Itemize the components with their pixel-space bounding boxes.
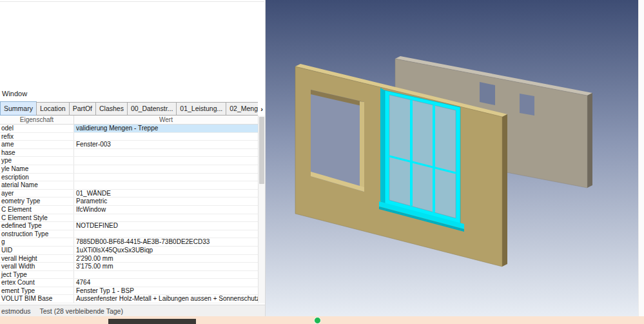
- property-value-cell[interactable]: Parametric: [74, 197, 258, 205]
- property-row-c-element-style[interactable]: C Element Style: [0, 214, 258, 223]
- tab-00-datenstr[interactable]: 00_Datenstr...: [127, 102, 177, 116]
- property-row-refix[interactable]: refix: [0, 133, 258, 141]
- property-value-cell[interactable]: [74, 230, 258, 238]
- panel-title: Window: [2, 90, 27, 97]
- property-value-cell[interactable]: [74, 133, 258, 141]
- status-mode-label: estmodus: [1, 307, 31, 315]
- property-value-cell[interactable]: 4764: [74, 279, 258, 287]
- property-row-volut-bim-base[interactable]: VOLUT BIM Base Aussenfenster Holz-Metall…: [0, 295, 258, 303]
- property-row-hase[interactable]: hase: [0, 149, 258, 157]
- tab-location[interactable]: Location: [36, 102, 70, 116]
- 3d-viewport-canvas[interactable]: [266, 0, 638, 316]
- property-name-cell: edefined Type: [0, 222, 74, 230]
- property-value-cell[interactable]: NOTDEFINED: [74, 222, 258, 230]
- property-name-cell: aterial Name: [0, 181, 74, 189]
- property-row-edefined-type[interactable]: edefined Type NOTDEFINED: [0, 222, 258, 230]
- property-name-cell: odel: [0, 125, 74, 132]
- property-name-cell: eometry Type: [0, 197, 74, 205]
- status-license-label: Test (28 verbleibende Tage): [40, 307, 123, 315]
- property-name-cell: ement Type: [0, 287, 74, 295]
- property-value-cell[interactable]: [74, 157, 258, 165]
- application-window: Window Summary Location PartOf Clashes 0…: [0, 0, 644, 324]
- column-header-eigenschaft: Eigenschaft: [0, 116, 74, 124]
- tab-02-mengen[interactable]: 02_Mengen: [226, 102, 258, 116]
- property-row-eometry-type[interactable]: eometry Type Parametric: [0, 197, 258, 206]
- 3d-viewport[interactable]: [266, 0, 638, 316]
- property-value-cell[interactable]: Aussenfenster Holz-Metall + Laibungen au…: [74, 295, 258, 303]
- selected-window[interactable]: [379, 88, 464, 232]
- property-row-g[interactable]: g 7885DB00-BF68-4415-AE3B-73B0DE2ECD33: [0, 238, 258, 247]
- property-name-cell: ame: [0, 141, 74, 148]
- property-value-cell[interactable]: [74, 181, 258, 189]
- property-name-cell: yle Name: [0, 165, 74, 173]
- property-name-cell: C Element Style: [0, 214, 74, 222]
- property-value-cell[interactable]: validierung Mengen - Treppe: [74, 125, 258, 132]
- panel-top-divider: [0, 1, 264, 2]
- window-glass[interactable]: [389, 95, 456, 218]
- property-value-cell[interactable]: [74, 165, 258, 173]
- property-value-cell[interactable]: 01_WÄNDE: [74, 190, 258, 197]
- status-bar: estmodus Test (28 verbleibende Tage): [0, 305, 266, 316]
- property-row-c-element[interactable]: C Element IfcWindow: [0, 206, 258, 214]
- property-grid-scrollbar[interactable]: [258, 116, 265, 303]
- property-row-escription[interactable]: escription: [0, 174, 258, 182]
- property-name-cell: escription: [0, 174, 74, 181]
- back-wall-side-face[interactable]: [587, 93, 592, 188]
- property-row-yle-name[interactable]: yle Name: [0, 165, 258, 174]
- property-value-cell[interactable]: 3'175.00 mm: [74, 263, 258, 270]
- property-name-cell: verall Width: [0, 263, 74, 270]
- property-value-cell[interactable]: [74, 149, 258, 157]
- opening-jamb-reveal[interactable]: [360, 101, 364, 192]
- scrollbar-thumb[interactable]: [259, 117, 264, 184]
- back-wall-window-opening-2[interactable]: [520, 94, 534, 116]
- property-row-uid[interactable]: UID 1uXTi0lsX45QuxSx3UBiqp: [0, 247, 258, 255]
- property-row-ement-type[interactable]: ement Type Fenster Typ 1 - BSP: [0, 287, 258, 296]
- taskbar-app-button[interactable]: [108, 319, 196, 324]
- property-value-cell[interactable]: IfcWindow: [74, 206, 258, 214]
- front-wall-window-opening[interactable]: [311, 90, 364, 192]
- property-row-ertex-count[interactable]: ertex Count 4764: [0, 279, 258, 287]
- property-name-cell: VOLUT BIM Base: [0, 295, 74, 303]
- column-header-wert: Wert: [74, 116, 258, 124]
- panel-viewport-splitter[interactable]: [265, 0, 266, 316]
- property-row-odel[interactable]: odel validierung Mengen - Treppe: [0, 125, 258, 133]
- property-name-cell: hase: [0, 149, 74, 157]
- property-name-cell: ayer: [0, 190, 74, 197]
- property-row-ject-type[interactable]: ject Type: [0, 271, 258, 279]
- taskbar: [0, 316, 644, 324]
- property-value-cell[interactable]: 2'290.00 mm: [74, 255, 258, 263]
- property-value-cell[interactable]: Fenster-003: [74, 141, 258, 148]
- property-value-cell[interactable]: [74, 271, 258, 279]
- property-grid-header: Eigenschaft Wert: [0, 116, 258, 125]
- property-value-cell[interactable]: [74, 214, 258, 222]
- property-value-cell[interactable]: Fenster Typ 1 - BSP: [74, 287, 258, 295]
- property-row-ayer[interactable]: ayer 01_WÄNDE: [0, 190, 258, 198]
- property-value-cell[interactable]: 1uXTi0lsX45QuxSx3UBiqp: [74, 247, 258, 254]
- tab-summary[interactable]: Summary: [0, 101, 37, 116]
- property-name-cell: onstruction Type: [0, 230, 74, 238]
- back-wall-window-opening-1[interactable]: [480, 82, 495, 105]
- property-row-ame[interactable]: ame Fenster-003: [0, 141, 258, 149]
- status-ok-icon[interactable]: [314, 317, 321, 324]
- property-row-onstruction-type[interactable]: onstruction Type: [0, 230, 258, 239]
- property-name-cell: g: [0, 238, 74, 246]
- window-jamb-face[interactable]: [380, 88, 385, 205]
- property-name-cell: refix: [0, 133, 74, 141]
- tab-partof[interactable]: PartOf: [69, 102, 96, 116]
- right-gutter: [638, 0, 644, 316]
- property-grid-body: odel validierung Mengen - Treppe refix a…: [0, 125, 258, 303]
- property-name-cell: ype: [0, 157, 74, 165]
- property-value-cell[interactable]: 7885DB00-BF68-4415-AE3B-73B0DE2ECD33: [74, 238, 258, 246]
- property-row-aterial-name[interactable]: aterial Name: [0, 181, 258, 190]
- tab-01-leistung[interactable]: 01_Leistung...: [176, 102, 226, 116]
- front-wall-side-face[interactable]: [502, 114, 507, 267]
- tab-clashes[interactable]: Clashes: [95, 102, 128, 116]
- property-row-ype[interactable]: ype: [0, 157, 258, 165]
- property-name-cell: UID: [0, 247, 74, 254]
- property-row-verall-height[interactable]: verall Height 2'290.00 mm: [0, 255, 258, 263]
- tab-bar: Summary Location PartOf Clashes 00_Daten…: [0, 101, 258, 116]
- property-value-cell[interactable]: [74, 174, 258, 181]
- property-row-verall-width[interactable]: verall Width 3'175.00 mm: [0, 263, 258, 271]
- property-name-cell: ertex Count: [0, 279, 74, 287]
- property-name-cell: verall Height: [0, 255, 74, 263]
